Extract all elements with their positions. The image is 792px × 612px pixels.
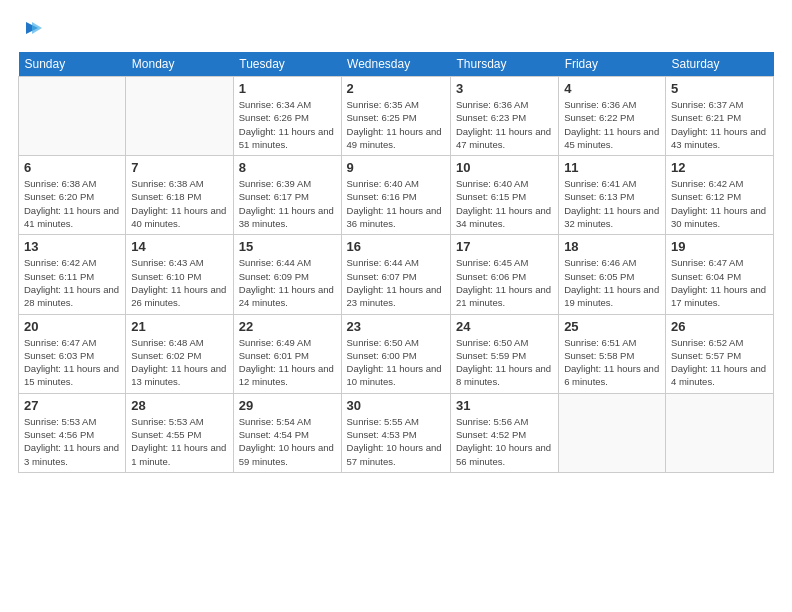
day-number: 29 <box>239 398 336 413</box>
day-info: Sunrise: 6:50 AM Sunset: 6:00 PM Dayligh… <box>347 336 445 389</box>
day-header-wednesday: Wednesday <box>341 52 450 77</box>
day-info: Sunrise: 6:47 AM Sunset: 6:04 PM Dayligh… <box>671 256 768 309</box>
day-info: Sunrise: 6:45 AM Sunset: 6:06 PM Dayligh… <box>456 256 553 309</box>
day-number: 1 <box>239 81 336 96</box>
day-header-thursday: Thursday <box>450 52 558 77</box>
day-info: Sunrise: 6:34 AM Sunset: 6:26 PM Dayligh… <box>239 98 336 151</box>
day-number: 4 <box>564 81 660 96</box>
day-number: 28 <box>131 398 227 413</box>
day-info: Sunrise: 6:40 AM Sunset: 6:15 PM Dayligh… <box>456 177 553 230</box>
calendar-cell: 3Sunrise: 6:36 AM Sunset: 6:23 PM Daylig… <box>450 77 558 156</box>
calendar-cell: 18Sunrise: 6:46 AM Sunset: 6:05 PM Dayli… <box>559 235 666 314</box>
calendar-table: SundayMondayTuesdayWednesdayThursdayFrid… <box>18 52 774 473</box>
calendar-cell <box>559 393 666 472</box>
week-row-1: 1Sunrise: 6:34 AM Sunset: 6:26 PM Daylig… <box>19 77 774 156</box>
day-number: 21 <box>131 319 227 334</box>
day-number: 7 <box>131 160 227 175</box>
calendar-cell: 4Sunrise: 6:36 AM Sunset: 6:22 PM Daylig… <box>559 77 666 156</box>
day-number: 11 <box>564 160 660 175</box>
logo-icon <box>20 16 44 40</box>
day-info: Sunrise: 6:38 AM Sunset: 6:18 PM Dayligh… <box>131 177 227 230</box>
day-header-saturday: Saturday <box>665 52 773 77</box>
calendar-cell: 12Sunrise: 6:42 AM Sunset: 6:12 PM Dayli… <box>665 156 773 235</box>
calendar-cell: 6Sunrise: 6:38 AM Sunset: 6:20 PM Daylig… <box>19 156 126 235</box>
day-info: Sunrise: 6:50 AM Sunset: 5:59 PM Dayligh… <box>456 336 553 389</box>
calendar-cell: 25Sunrise: 6:51 AM Sunset: 5:58 PM Dayli… <box>559 314 666 393</box>
day-number: 2 <box>347 81 445 96</box>
calendar-cell: 2Sunrise: 6:35 AM Sunset: 6:25 PM Daylig… <box>341 77 450 156</box>
day-info: Sunrise: 5:56 AM Sunset: 4:52 PM Dayligh… <box>456 415 553 468</box>
week-row-2: 6Sunrise: 6:38 AM Sunset: 6:20 PM Daylig… <box>19 156 774 235</box>
day-header-friday: Friday <box>559 52 666 77</box>
svg-marker-1 <box>32 22 42 34</box>
calendar-cell: 27Sunrise: 5:53 AM Sunset: 4:56 PM Dayli… <box>19 393 126 472</box>
week-row-5: 27Sunrise: 5:53 AM Sunset: 4:56 PM Dayli… <box>19 393 774 472</box>
day-number: 25 <box>564 319 660 334</box>
day-number: 16 <box>347 239 445 254</box>
day-number: 14 <box>131 239 227 254</box>
day-info: Sunrise: 6:48 AM Sunset: 6:02 PM Dayligh… <box>131 336 227 389</box>
logo <box>18 16 44 42</box>
day-info: Sunrise: 6:42 AM Sunset: 6:12 PM Dayligh… <box>671 177 768 230</box>
calendar-cell: 26Sunrise: 6:52 AM Sunset: 5:57 PM Dayli… <box>665 314 773 393</box>
day-number: 12 <box>671 160 768 175</box>
calendar-cell: 11Sunrise: 6:41 AM Sunset: 6:13 PM Dayli… <box>559 156 666 235</box>
day-info: Sunrise: 5:53 AM Sunset: 4:56 PM Dayligh… <box>24 415 120 468</box>
day-number: 27 <box>24 398 120 413</box>
day-number: 18 <box>564 239 660 254</box>
calendar-cell: 17Sunrise: 6:45 AM Sunset: 6:06 PM Dayli… <box>450 235 558 314</box>
day-number: 26 <box>671 319 768 334</box>
calendar-cell: 9Sunrise: 6:40 AM Sunset: 6:16 PM Daylig… <box>341 156 450 235</box>
day-number: 17 <box>456 239 553 254</box>
calendar-cell: 10Sunrise: 6:40 AM Sunset: 6:15 PM Dayli… <box>450 156 558 235</box>
day-number: 8 <box>239 160 336 175</box>
day-number: 24 <box>456 319 553 334</box>
calendar-cell: 15Sunrise: 6:44 AM Sunset: 6:09 PM Dayli… <box>233 235 341 314</box>
day-info: Sunrise: 6:46 AM Sunset: 6:05 PM Dayligh… <box>564 256 660 309</box>
calendar-cell <box>665 393 773 472</box>
day-number: 19 <box>671 239 768 254</box>
day-info: Sunrise: 6:37 AM Sunset: 6:21 PM Dayligh… <box>671 98 768 151</box>
day-header-tuesday: Tuesday <box>233 52 341 77</box>
calendar-cell: 24Sunrise: 6:50 AM Sunset: 5:59 PM Dayli… <box>450 314 558 393</box>
calendar-cell: 1Sunrise: 6:34 AM Sunset: 6:26 PM Daylig… <box>233 77 341 156</box>
calendar-cell <box>19 77 126 156</box>
day-number: 10 <box>456 160 553 175</box>
day-number: 15 <box>239 239 336 254</box>
day-info: Sunrise: 5:53 AM Sunset: 4:55 PM Dayligh… <box>131 415 227 468</box>
day-info: Sunrise: 6:44 AM Sunset: 6:07 PM Dayligh… <box>347 256 445 309</box>
day-number: 9 <box>347 160 445 175</box>
day-info: Sunrise: 6:36 AM Sunset: 6:23 PM Dayligh… <box>456 98 553 151</box>
day-info: Sunrise: 6:41 AM Sunset: 6:13 PM Dayligh… <box>564 177 660 230</box>
calendar-cell: 21Sunrise: 6:48 AM Sunset: 6:02 PM Dayli… <box>126 314 233 393</box>
day-info: Sunrise: 6:39 AM Sunset: 6:17 PM Dayligh… <box>239 177 336 230</box>
calendar-cell: 23Sunrise: 6:50 AM Sunset: 6:00 PM Dayli… <box>341 314 450 393</box>
calendar-cell: 28Sunrise: 5:53 AM Sunset: 4:55 PM Dayli… <box>126 393 233 472</box>
day-info: Sunrise: 6:43 AM Sunset: 6:10 PM Dayligh… <box>131 256 227 309</box>
calendar-cell: 14Sunrise: 6:43 AM Sunset: 6:10 PM Dayli… <box>126 235 233 314</box>
calendar-cell: 5Sunrise: 6:37 AM Sunset: 6:21 PM Daylig… <box>665 77 773 156</box>
day-info: Sunrise: 6:42 AM Sunset: 6:11 PM Dayligh… <box>24 256 120 309</box>
day-info: Sunrise: 6:35 AM Sunset: 6:25 PM Dayligh… <box>347 98 445 151</box>
calendar-cell: 22Sunrise: 6:49 AM Sunset: 6:01 PM Dayli… <box>233 314 341 393</box>
week-row-4: 20Sunrise: 6:47 AM Sunset: 6:03 PM Dayli… <box>19 314 774 393</box>
calendar-cell: 31Sunrise: 5:56 AM Sunset: 4:52 PM Dayli… <box>450 393 558 472</box>
calendar-cell: 13Sunrise: 6:42 AM Sunset: 6:11 PM Dayli… <box>19 235 126 314</box>
calendar-cell <box>126 77 233 156</box>
day-number: 23 <box>347 319 445 334</box>
day-number: 13 <box>24 239 120 254</box>
calendar-cell: 8Sunrise: 6:39 AM Sunset: 6:17 PM Daylig… <box>233 156 341 235</box>
calendar-cell: 7Sunrise: 6:38 AM Sunset: 6:18 PM Daylig… <box>126 156 233 235</box>
calendar-cell: 20Sunrise: 6:47 AM Sunset: 6:03 PM Dayli… <box>19 314 126 393</box>
calendar-cell: 19Sunrise: 6:47 AM Sunset: 6:04 PM Dayli… <box>665 235 773 314</box>
day-number: 5 <box>671 81 768 96</box>
day-info: Sunrise: 6:36 AM Sunset: 6:22 PM Dayligh… <box>564 98 660 151</box>
day-number: 31 <box>456 398 553 413</box>
calendar-cell: 30Sunrise: 5:55 AM Sunset: 4:53 PM Dayli… <box>341 393 450 472</box>
day-header-monday: Monday <box>126 52 233 77</box>
day-info: Sunrise: 6:49 AM Sunset: 6:01 PM Dayligh… <box>239 336 336 389</box>
day-header-sunday: Sunday <box>19 52 126 77</box>
day-info: Sunrise: 6:47 AM Sunset: 6:03 PM Dayligh… <box>24 336 120 389</box>
page: SundayMondayTuesdayWednesdayThursdayFrid… <box>0 0 792 612</box>
day-info: Sunrise: 6:51 AM Sunset: 5:58 PM Dayligh… <box>564 336 660 389</box>
